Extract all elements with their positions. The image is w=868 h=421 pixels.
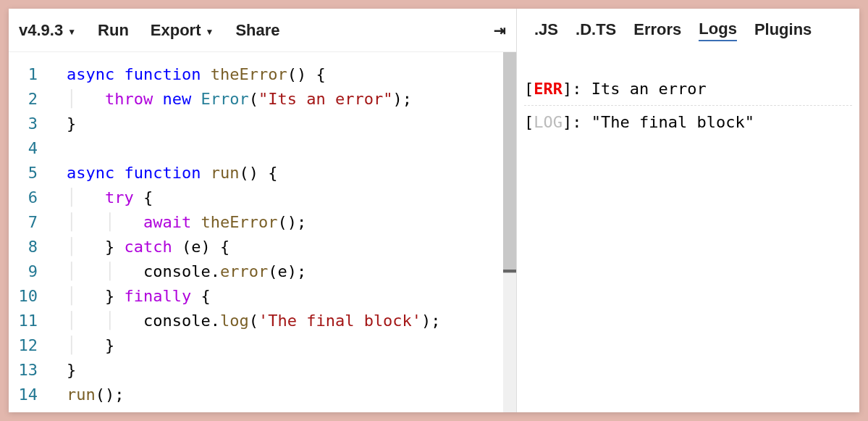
share-button[interactable]: Share xyxy=(235,21,279,40)
line-number: 5 xyxy=(9,161,54,186)
line-number: 6 xyxy=(9,186,54,210)
log-message: "The final block" xyxy=(591,113,754,131)
editor-pane: v4.9.3 ▼ Run Export ▼ Share ⇥ 1234567891… xyxy=(9,9,517,412)
tab-dts[interactable]: .D.TS xyxy=(576,20,616,41)
scrollbar-marker xyxy=(503,270,516,272)
app-frame: v4.9.3 ▼ Run Export ▼ Share ⇥ 1234567891… xyxy=(9,9,859,412)
output-pane: .JS .D.TS Errors Logs Plugins [ERR]: Its… xyxy=(517,9,859,412)
line-number: 8 xyxy=(9,235,54,259)
line-number: 2 xyxy=(9,87,54,112)
tab-plugins[interactable]: Plugins xyxy=(754,20,812,41)
log-level: LOG xyxy=(534,113,562,131)
log-line: [ERR]: Its an error xyxy=(524,72,852,106)
tab-errors[interactable]: Errors xyxy=(633,20,681,41)
version-label: v4.9.3 xyxy=(19,21,63,40)
collapse-right-icon[interactable]: ⇥ xyxy=(494,22,506,39)
run-button[interactable]: Run xyxy=(98,21,129,40)
output-tabs: .JS .D.TS Errors Logs Plugins xyxy=(517,9,859,52)
log-level: ERR xyxy=(534,80,562,98)
code-content[interactable]: async function theError() { │ throw new … xyxy=(54,52,516,412)
code-editor[interactable]: 1234567891011121314 async function theEr… xyxy=(9,52,516,412)
caret-down-icon: ▼ xyxy=(67,27,76,37)
line-number: 3 xyxy=(9,112,54,136)
line-number: 7 xyxy=(9,210,54,235)
line-number-gutter: 1234567891011121314 xyxy=(9,52,54,412)
line-number: 9 xyxy=(9,259,54,284)
tab-logs[interactable]: Logs xyxy=(699,20,737,41)
editor-toolbar: v4.9.3 ▼ Run Export ▼ Share ⇥ xyxy=(9,9,516,52)
line-number: 12 xyxy=(9,333,54,358)
line-number: 10 xyxy=(9,284,54,309)
editor-scrollbar[interactable] xyxy=(503,52,516,412)
log-message: Its an error xyxy=(591,80,707,98)
line-number: 13 xyxy=(9,358,54,383)
scrollbar-thumb[interactable] xyxy=(503,52,516,273)
line-number: 11 xyxy=(9,309,54,333)
line-number: 14 xyxy=(9,383,54,407)
tab-js[interactable]: .JS xyxy=(534,20,558,41)
logs-panel: [ERR]: Its an error[LOG]: "The final blo… xyxy=(517,52,859,412)
export-label: Export xyxy=(151,21,201,40)
version-selector[interactable]: v4.9.3 ▼ xyxy=(19,21,76,40)
caret-down-icon: ▼ xyxy=(206,27,214,37)
log-line: [LOG]: "The final block" xyxy=(524,106,852,138)
line-number: 4 xyxy=(9,136,54,161)
line-number: 1 xyxy=(9,62,54,87)
export-button[interactable]: Export ▼ xyxy=(151,21,214,40)
